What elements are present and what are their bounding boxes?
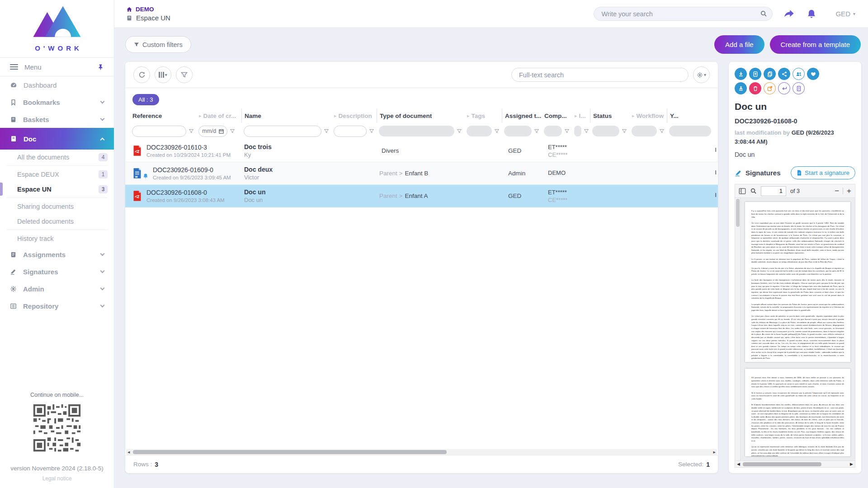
- table-row[interactable]: DOC230926-01610-3 Created on 10/29/2024 …: [125, 140, 718, 162]
- funnel-icon[interactable]: [494, 129, 500, 134]
- column-header-description[interactable]: ▸Description: [331, 109, 377, 122]
- column-header-assigned[interactable]: Assigned t...: [502, 109, 542, 122]
- funnel-icon[interactable]: [230, 129, 235, 134]
- funnel-icon[interactable]: [324, 129, 329, 134]
- copy-button[interactable]: [764, 68, 776, 80]
- filter-select-type[interactable]: [379, 126, 454, 136]
- column-header-reference[interactable]: Reference: [130, 109, 196, 122]
- funnel-icon[interactable]: [457, 129, 462, 134]
- sidebar-item-doc[interactable]: Doc: [0, 128, 114, 150]
- column-header-name[interactable]: Name: [241, 109, 331, 122]
- funnel-icon[interactable]: [564, 129, 570, 134]
- column-header-i[interactable]: ▸I...: [572, 109, 590, 122]
- sidebar-item-espace-deux[interactable]: Espace DEUX 1: [0, 167, 114, 182]
- sidebar-item-dashboard[interactable]: Dashboard: [0, 76, 114, 94]
- filter-input-name[interactable]: [244, 126, 321, 137]
- custom-filters-button[interactable]: Custom filters: [125, 36, 191, 53]
- open-external-button[interactable]: [764, 82, 776, 94]
- table-horizontal-scrollbar[interactable]: ◀ ▶: [126, 449, 717, 455]
- column-header-status[interactable]: Status: [590, 109, 629, 122]
- breadcrumb-space[interactable]: Espace UN: [126, 14, 170, 22]
- pdf-page-2[interactable]: S’il pouvait nous être donné à nous, hom…: [745, 369, 850, 456]
- column-header-type[interactable]: Type of document: [377, 109, 464, 122]
- add-file-button[interactable]: Add a file: [714, 35, 764, 54]
- filter-input-description[interactable]: [334, 126, 367, 137]
- search-icon[interactable]: [750, 188, 757, 194]
- table-row[interactable]: DOC230926-01609-0 Created on 9/26/2023 3…: [125, 162, 718, 185]
- share-document-button[interactable]: [778, 68, 790, 80]
- legal-notice-link[interactable]: Legal notice: [0, 475, 114, 482]
- filter-select-assigned[interactable]: [504, 126, 532, 136]
- return-button[interactable]: [778, 82, 790, 94]
- column-header-workflow[interactable]: ▸Workflow: [629, 109, 667, 122]
- sidebar-item-repository[interactable]: Repository: [0, 297, 114, 314]
- filter-select-y[interactable]: [669, 126, 711, 136]
- scroll-left-arrow[interactable]: ◀: [735, 462, 742, 466]
- column-header-company[interactable]: Comp...: [542, 109, 572, 122]
- filter-select-tags[interactable]: [467, 126, 492, 136]
- funnel-icon[interactable]: [584, 129, 589, 134]
- pdf-page-1[interactable]: Il y a aujourd’hui trois cent quarante-h…: [745, 202, 850, 362]
- breadcrumb-home[interactable]: DEMO: [126, 6, 170, 13]
- user-menu[interactable]: GED ▾: [835, 10, 855, 18]
- funnel-icon[interactable]: [189, 129, 194, 134]
- filter-select-status[interactable]: [592, 126, 619, 136]
- table-row-selected[interactable]: DOC230926-01608-0 Created on 9/26/2023 3…: [125, 185, 718, 207]
- funnel-icon[interactable]: [369, 129, 374, 134]
- stamp-button[interactable]: [735, 82, 747, 94]
- fulltext-search-input[interactable]: [511, 68, 689, 82]
- zoom-out-button[interactable]: −: [835, 187, 839, 195]
- funnel-icon[interactable]: [534, 129, 539, 134]
- scrollbar-thumb[interactable]: [736, 199, 740, 227]
- upload-version-button[interactable]: [749, 68, 761, 80]
- all-filter-badge[interactable]: All : 3: [132, 94, 159, 105]
- funnel-icon[interactable]: [622, 129, 627, 134]
- sidebar-menu-row[interactable]: Menu: [0, 57, 114, 76]
- refresh-button[interactable]: [133, 66, 150, 83]
- scroll-left-arrow[interactable]: ◀: [126, 450, 131, 454]
- search-icon[interactable]: [760, 10, 767, 17]
- delete-button[interactable]: [749, 82, 761, 94]
- global-search-input[interactable]: [594, 7, 773, 21]
- create-from-template-button[interactable]: Create from a template: [770, 35, 861, 54]
- scroll-right-arrow[interactable]: ▶: [712, 450, 717, 454]
- column-header-tags[interactable]: ▸Tags: [464, 109, 502, 122]
- share-button[interactable]: [783, 8, 796, 20]
- pdf-horizontal-scrollbar[interactable]: ◀ ▶: [735, 461, 855, 468]
- download-button[interactable]: [735, 68, 747, 80]
- sidebar-item-history-track[interactable]: History track: [0, 231, 114, 246]
- zoom-in-button[interactable]: +: [847, 187, 851, 195]
- page-number-input[interactable]: [761, 186, 786, 196]
- filter-select-i[interactable]: [574, 126, 581, 136]
- sidebar-item-espace-un[interactable]: Espace UN 3: [0, 182, 114, 197]
- scroll-right-arrow[interactable]: ▶: [848, 462, 855, 466]
- sidebar-item-sharing-documents[interactable]: Sharing documents: [0, 199, 114, 214]
- notifications-button[interactable]: [806, 8, 817, 20]
- sidebar-item-signatures[interactable]: Signatures: [0, 263, 114, 280]
- filter-button[interactable]: [176, 66, 193, 83]
- favorite-button[interactable]: [807, 68, 819, 80]
- scrollbar-thumb[interactable]: [133, 450, 446, 454]
- table-settings-button[interactable]: ▾: [693, 66, 710, 83]
- column-header-date[interactable]: ▸Date of cr...: [196, 109, 241, 122]
- manage-access-button[interactable]: [793, 68, 805, 80]
- scrollbar-thumb[interactable]: [743, 462, 821, 466]
- pin-icon[interactable]: [97, 64, 104, 70]
- sidebar-item-baskets[interactable]: Baskets: [0, 111, 114, 128]
- filter-select-company[interactable]: [544, 126, 562, 136]
- sidebar-item-bookmarks[interactable]: Bookmarks: [0, 94, 114, 111]
- sidebar-toggle-icon[interactable]: [739, 188, 746, 194]
- sidebar-item-admin[interactable]: Admin: [0, 280, 114, 297]
- sidebar-item-assignments[interactable]: Assignments: [0, 246, 114, 263]
- filter-input-reference[interactable]: [132, 126, 186, 137]
- columns-button[interactable]: ▾: [155, 66, 171, 83]
- start-signature-button[interactable]: Start a signature: [791, 166, 855, 179]
- funnel-icon[interactable]: [659, 129, 665, 134]
- filter-select-workflow[interactable]: [632, 126, 657, 136]
- sidebar-item-deleted-documents[interactable]: Deleted documents: [0, 214, 114, 229]
- filter-input-date[interactable]: [198, 126, 227, 137]
- sidebar-item-all-documents[interactable]: All the documents 4: [0, 150, 114, 164]
- document-properties-button[interactable]: [793, 82, 805, 94]
- pdf-vertical-scrollbar[interactable]: [735, 198, 741, 460]
- column-header-y[interactable]: Y...: [667, 109, 713, 122]
